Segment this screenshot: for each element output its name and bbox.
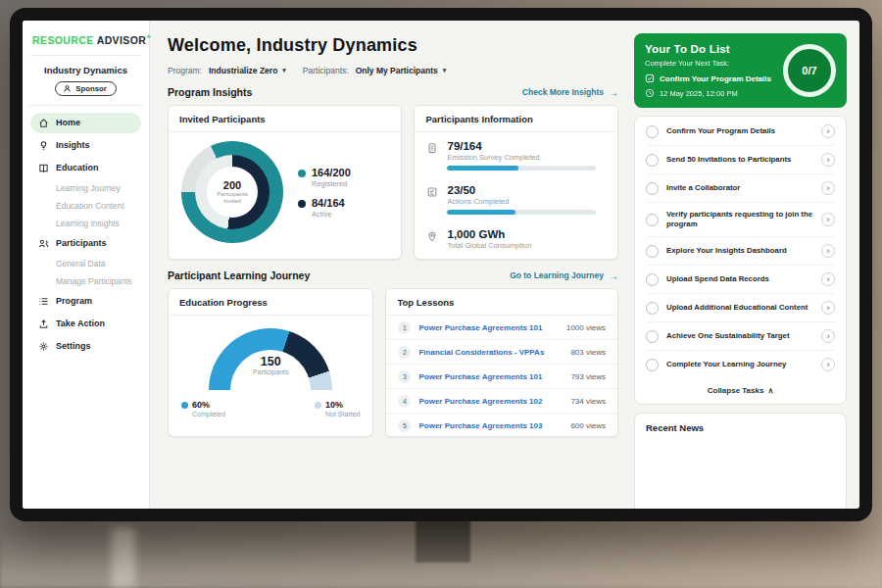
task-row[interactable]: Complete Your Learning Journey › — [646, 351, 835, 378]
collapse-label: Collapse Tasks — [708, 386, 764, 395]
app-window: RESOURCE ADVISOR+ Industry Dynamics Spon… — [23, 21, 859, 509]
navy-dot-icon — [298, 200, 306, 208]
sidebar-item-program[interactable]: Program — [30, 291, 141, 312]
task-row[interactable]: Upload Spend Data Records › — [646, 266, 835, 294]
recent-news-title: Recent News — [646, 422, 835, 433]
todo-due-label: 12 May 2025, 12:00 PM — [660, 89, 738, 98]
sidebar-item-participants[interactable]: Participants — [30, 233, 141, 254]
chevron-down-icon: ▾ — [443, 67, 447, 74]
arrow-right-icon: → — [609, 270, 618, 281]
sidebar-item-learning-insights[interactable]: Learning Insights — [30, 215, 141, 232]
task-checkbox[interactable] — [646, 214, 659, 226]
sidebar-item-take-action[interactable]: Take Action — [30, 314, 141, 334]
stat-label: Actions Completed — [447, 197, 606, 206]
todo-progress-ring: 0/7 — [783, 44, 836, 97]
task-row[interactable]: Send 50 Invitations to Participants › — [646, 146, 835, 174]
task-row[interactable]: Invite a Collaborator › — [646, 174, 835, 203]
card-title: Invited Participants — [169, 106, 401, 132]
participants-filter-label: Participants: — [303, 66, 349, 75]
chevron-right-icon[interactable]: › — [821, 301, 835, 315]
lesson-link[interactable]: Financial Considerations - VPPAs — [418, 348, 563, 357]
chevron-right-icon[interactable]: › — [821, 124, 835, 138]
invited-legend: 164/200 Registered 84/164 Active — [298, 158, 351, 227]
todo-summary-left: Your To Do List Complete Your Next Task:… — [645, 43, 775, 98]
page-title: Welcome, Industry Dynamics — [168, 35, 618, 56]
legend-label: Not Started — [325, 411, 360, 417]
sidebar-item-insights[interactable]: Insights — [30, 135, 141, 156]
lesson-link[interactable]: Power Purchase Agreements 101 — [418, 372, 563, 381]
sidebar-divider — [28, 105, 143, 106]
sidebar: RESOURCE ADVISOR+ Industry Dynamics Spon… — [23, 21, 150, 509]
chevron-right-icon[interactable]: › — [821, 272, 835, 286]
org-name: Industry Dynamics — [30, 65, 141, 75]
task-checkbox[interactable] — [646, 182, 659, 195]
task-checkbox[interactable] — [646, 273, 659, 286]
sidebar-item-general-data[interactable]: General Data — [30, 255, 141, 272]
sidebar-item-label: Home — [56, 118, 80, 127]
sidebar-item-learning-journey[interactable]: Learning Journey — [30, 179, 141, 197]
arrow-right-icon: → — [609, 87, 618, 98]
invited-chart-area: 200 Participants Invited 164/200 Registe… — [169, 132, 401, 252]
participants-filter-dropdown[interactable]: Only My Participants ▾ — [356, 66, 447, 75]
task-checkbox[interactable] — [646, 154, 659, 167]
participants-information-card: Participants Information 79/164 Emission… — [414, 105, 618, 260]
sidebar-item-settings[interactable]: Settings — [30, 336, 141, 357]
sponsor-badge[interactable]: Sponsor — [55, 81, 117, 96]
task-label: Upload Spend Data Records — [666, 274, 813, 284]
stat-consumption: 1,000 GWh Total Global Consumption — [415, 220, 617, 260]
sidebar-item-education[interactable]: Education — [30, 158, 141, 178]
rank-badge: 2 — [398, 346, 411, 359]
legend-registered: 164/200 Registered — [298, 167, 351, 188]
lesson-link[interactable]: Power Purchase Agreements 103 — [418, 421, 563, 430]
clock-icon — [645, 88, 655, 98]
task-checkbox[interactable] — [646, 330, 659, 343]
lesson-row: 2 Financial Considerations - VPPAs 803 v… — [386, 340, 617, 365]
filters-bar: Program: Industrialize Zero ▾ Participan… — [168, 66, 618, 75]
main-content: Welcome, Industry Dynamics Program: Indu… — [150, 21, 632, 509]
top-lessons-card: Top Lessons 1 Power Purchase Agreements … — [385, 288, 618, 437]
education-progress-card: Education Progress 150 Participants 60% — [168, 288, 373, 437]
task-row[interactable]: Upload Additional Educational Content › — [646, 294, 835, 322]
sidebar-item-manage-participants[interactable]: Manage Participants — [30, 272, 141, 290]
task-checkbox[interactable] — [646, 359, 659, 371]
task-row[interactable]: Verify participants requesting to join t… — [646, 203, 835, 237]
card-title: Top Lessons — [386, 289, 617, 316]
check-more-insights-link[interactable]: Check More Insights → — [522, 87, 618, 98]
task-row[interactable]: Confirm Your Program Details › — [646, 118, 835, 146]
program-filter-label: Program: — [168, 66, 202, 75]
todo-next-task[interactable]: Confirm Your Program Details — [645, 74, 775, 83]
upload-icon — [38, 318, 49, 329]
task-row[interactable]: Explore Your Insights Dashboard › — [646, 237, 835, 266]
chevron-right-icon[interactable]: › — [821, 244, 835, 258]
todo-panel: Your To Do List Complete Your Next Task:… — [632, 21, 859, 509]
task-label: Confirm Your Program Details — [666, 126, 813, 136]
chevron-right-icon[interactable]: › — [821, 153, 835, 167]
legend-label: Registered — [312, 179, 351, 188]
task-row[interactable]: Achieve One Sustainability Target › — [646, 322, 835, 351]
logo-resource: RESOURCE — [32, 34, 94, 46]
go-to-learning-journey-link[interactable]: Go to Learning Journey → — [510, 270, 618, 281]
recent-news-card: Recent News — [634, 413, 847, 509]
lesson-link[interactable]: Power Purchase Agreements 102 — [418, 397, 563, 406]
stat-label: Emission Survey Completed — [447, 153, 606, 162]
task-checkbox[interactable] — [646, 302, 659, 315]
stat-emission-survey: 79/164 Emission Survey Completed — [415, 132, 617, 176]
chevron-right-icon[interactable]: › — [821, 181, 835, 195]
task-checkbox[interactable] — [646, 125, 659, 138]
gear-icon — [38, 341, 49, 352]
list-icon — [38, 296, 49, 307]
chevron-right-icon[interactable]: › — [821, 213, 835, 226]
sidebar-item-education-content[interactable]: Education Content — [30, 197, 141, 215]
insights-cards-row: Invited Participants 200 Participants In… — [168, 105, 618, 260]
chevron-right-icon[interactable]: › — [821, 329, 835, 343]
lesson-link[interactable]: Power Purchase Agreements 101 — [418, 323, 559, 332]
lesson-row: 5 Power Purchase Agreements 103 600 view… — [386, 414, 617, 437]
sidebar-item-label: Participants — [56, 238, 107, 248]
participants-filter-value: Only My Participants — [356, 66, 438, 75]
program-filter-dropdown[interactable]: Industrialize Zero ▾ — [209, 66, 286, 75]
sidebar-item-home[interactable]: Home — [30, 113, 141, 133]
collapse-tasks-link[interactable]: Collapse Tasks∧ — [646, 378, 835, 403]
task-checkbox[interactable] — [646, 245, 659, 258]
task-label: Invite a Collaborator — [666, 183, 813, 193]
chevron-right-icon[interactable]: › — [821, 358, 835, 371]
